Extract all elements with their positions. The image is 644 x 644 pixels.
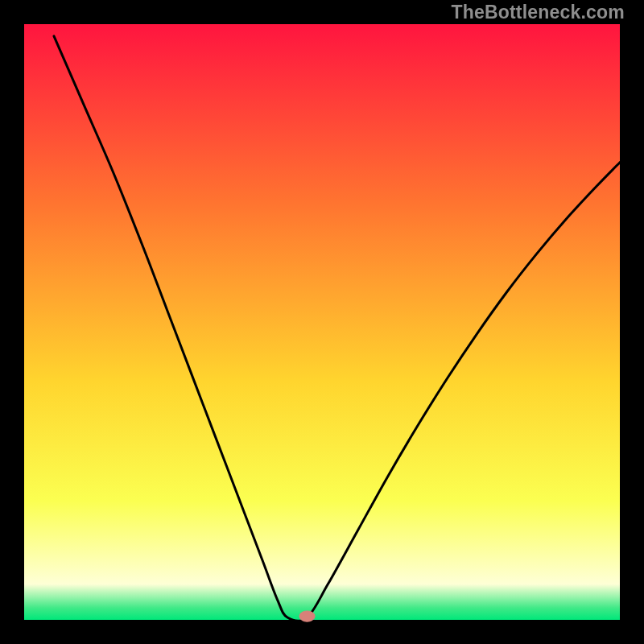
bottleneck-chart [0, 0, 644, 644]
watermark-text: TheBottleneck.com [451, 2, 625, 23]
gradient-background [24, 24, 620, 620]
outer-frame: TheBottleneck.com [0, 0, 644, 644]
optimal-point-marker [299, 611, 315, 621]
